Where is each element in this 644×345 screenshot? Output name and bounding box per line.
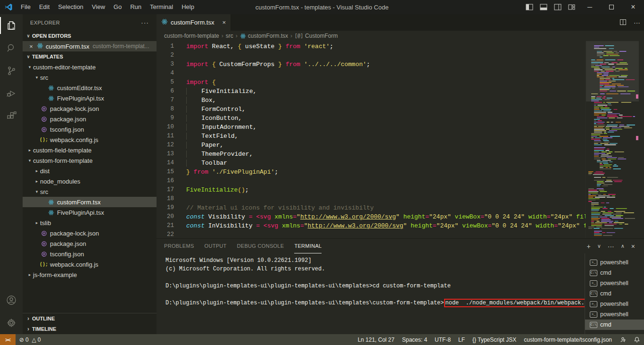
open-editors-section[interactable]: ∨ OPEN EDITORS (23, 31, 157, 41)
tree-item-customeditor-tsx[interactable]: customEditor.tsx (23, 83, 157, 93)
problems-status[interactable]: ⊘ 0 △ 0 (16, 334, 45, 345)
tree-item-customform-tsx[interactable]: customForm.tsx (23, 197, 157, 207)
status-lf[interactable]: LF (454, 334, 469, 345)
menu-run[interactable]: Run (126, 0, 146, 14)
tree-item-custom-form-template[interactable]: ▾custom-form-template (23, 155, 157, 166)
react-file-icon (47, 95, 55, 101)
settings-gear-icon[interactable] (0, 311, 23, 334)
notifications-bell-icon[interactable] (630, 334, 644, 345)
menu-help[interactable]: Help (177, 0, 198, 14)
panel-tab-debug-console[interactable]: DEBUG CONSOLE (237, 239, 284, 253)
toggle-secondary-sidebar-icon[interactable] (551, 0, 565, 14)
source-control-icon[interactable] (0, 59, 23, 82)
split-editor-icon[interactable] (616, 19, 630, 26)
terminal-list-item-powershell[interactable]: >_powershell (585, 299, 644, 309)
terminal-list-item-powershell[interactable]: >_powershell (585, 257, 644, 268)
status-{}[interactable]: {} TypeScript JSX (469, 334, 520, 345)
new-terminal-icon[interactable]: + (584, 243, 594, 250)
menu-selection[interactable]: Selection (54, 0, 87, 14)
panel-more-actions-icon[interactable]: ··· (604, 243, 618, 250)
customize-layout-icon[interactable] (565, 0, 579, 14)
tree-item-src[interactable]: ▾src (23, 72, 157, 83)
breadcrumb-item-src[interactable]: src (226, 33, 233, 39)
terminal-list-item-cmd[interactable]: C:\cmd (585, 320, 644, 330)
tree-item-package-lock-json[interactable]: package-lock.json (23, 228, 157, 238)
breadcrumb-item-custom-form-template[interactable]: custom-form-template (164, 33, 219, 39)
editor-scrollbar[interactable] (639, 41, 644, 238)
terminal-list-item-powershell[interactable]: >_powershell (585, 309, 644, 320)
tree-item-dist[interactable]: ▸dist (23, 166, 157, 176)
terminal-list-item-powershell[interactable]: >_powershell (585, 278, 644, 288)
section-timeline[interactable]: ›TIMELINE (23, 324, 157, 334)
section-outline[interactable]: ›OUTLINE (23, 313, 157, 324)
breadcrumb-item-customform.tsx[interactable]: customForm.tsx (240, 33, 288, 39)
minimap-slider[interactable] (586, 41, 639, 101)
tree-item-node-modules[interactable]: ▸node_modules (23, 176, 157, 186)
terminal-list-label: cmd (600, 290, 611, 297)
templates-section[interactable]: ∨ TEMPLATES (23, 51, 157, 62)
accounts-icon[interactable] (0, 289, 23, 311)
tree-item-src[interactable]: ▾src (23, 186, 157, 197)
remote-indicator[interactable]: >< (0, 334, 16, 345)
tree-item-tsconfig-json[interactable]: tsconfig.json (23, 124, 157, 135)
tree-item-tsconfig-json[interactable]: tsconfig.json (23, 249, 157, 259)
explorer-more-actions-icon[interactable]: ··· (141, 19, 149, 26)
line-text: Box, (186, 96, 586, 105)
code-line: 12 Paper, (157, 141, 586, 150)
tree-item-custom-editor-template[interactable]: ▾custom-editor-template (23, 62, 157, 72)
terminal-list-item-cmd[interactable]: C:\cmd (585, 268, 644, 278)
menu-go[interactable]: Go (109, 0, 126, 14)
tree-item-package-lock-json[interactable]: package-lock.json (23, 103, 157, 114)
chevron-right-icon: › (25, 315, 32, 322)
powershell-icon: >_ (590, 260, 597, 266)
breadcrumb-item-customform[interactable]: [@]CustomForm (295, 33, 338, 39)
search-icon[interactable] (0, 37, 23, 59)
tree-item-webpack-config-js[interactable]: ();webpack.config.js (23, 259, 157, 269)
close-editor-icon[interactable]: × (27, 43, 35, 50)
panel-tab-problems[interactable]: PROBLEMS (164, 239, 194, 253)
menu-view[interactable]: View (88, 0, 109, 14)
line-number: 11 (157, 132, 186, 141)
toggle-sidebar-icon[interactable] (522, 0, 537, 14)
tree-item-webpack-config-js[interactable]: ();webpack.config.js (23, 135, 157, 145)
tree-item-fivepluginapi-tsx[interactable]: FivePluginApi.tsx (23, 93, 157, 103)
minimize-button[interactable]: ─ (579, 0, 601, 14)
tree-item-package-json[interactable]: package.json (23, 238, 157, 249)
tab-customform[interactable]: customForm.tsx × (157, 14, 231, 31)
minimap[interactable] (586, 41, 639, 238)
status-ln[interactable]: Ln 121, Col 27 (354, 334, 398, 345)
tree-item-fivepluginapi-tsx[interactable]: FivePluginApi.tsx (23, 207, 157, 218)
tree-item-label: tsconfig.json (50, 251, 84, 258)
tab-close-icon[interactable]: × (222, 19, 226, 26)
maximize-panel-icon[interactable]: ∧ (618, 243, 628, 249)
tree-item-package-json[interactable]: package.json (23, 114, 157, 124)
run-and-debug-icon[interactable] (0, 82, 23, 105)
status-spaces[interactable]: Spaces: 4 (398, 334, 431, 345)
status-custom-form-template/tsconfig.json[interactable]: custom-form-template/tsconfig.json (520, 334, 616, 345)
panel-tab-terminal[interactable]: TERMINAL (294, 239, 322, 253)
close-button[interactable]: × (622, 0, 644, 14)
panel-tab-output[interactable]: OUTPUT (205, 239, 227, 253)
terminal-output[interactable]: Microsoft Windows [Version 10.0.22621.19… (157, 253, 585, 334)
explorer-icon[interactable] (0, 14, 23, 37)
tree-item-tslib[interactable]: ▸tslib (23, 218, 157, 228)
menu-terminal[interactable]: Terminal (146, 0, 177, 14)
menu-file[interactable]: File (17, 0, 35, 14)
open-editor-item[interactable]: × customForm.tsx custom-form-templat... (23, 41, 157, 51)
terminal-dropdown-chevron-icon[interactable]: ∨ (594, 243, 604, 249)
line-number: 8 (157, 105, 186, 114)
code-editor[interactable]: 1import React, { useState } from 'react'… (157, 41, 586, 238)
json-file-icon (40, 126, 48, 133)
extensions-icon[interactable] (0, 105, 23, 127)
tree-item-js-form-example[interactable]: ▸js-form-example (23, 269, 157, 280)
status-utf-8[interactable]: UTF-8 (431, 334, 454, 345)
tree-item-custom-field-template[interactable]: ▸custom-field-template (23, 145, 157, 155)
close-panel-icon[interactable]: × (628, 243, 638, 250)
terminal-list-item-cmd[interactable]: C:\cmd (585, 288, 644, 299)
feedback-icon[interactable] (616, 334, 630, 345)
editor-more-actions-icon[interactable]: ··· (630, 19, 644, 26)
maximize-button[interactable] (601, 0, 622, 14)
toggle-panel-icon[interactable] (537, 0, 551, 14)
menu-edit[interactable]: Edit (35, 0, 54, 14)
code-line: 16 (157, 177, 586, 185)
